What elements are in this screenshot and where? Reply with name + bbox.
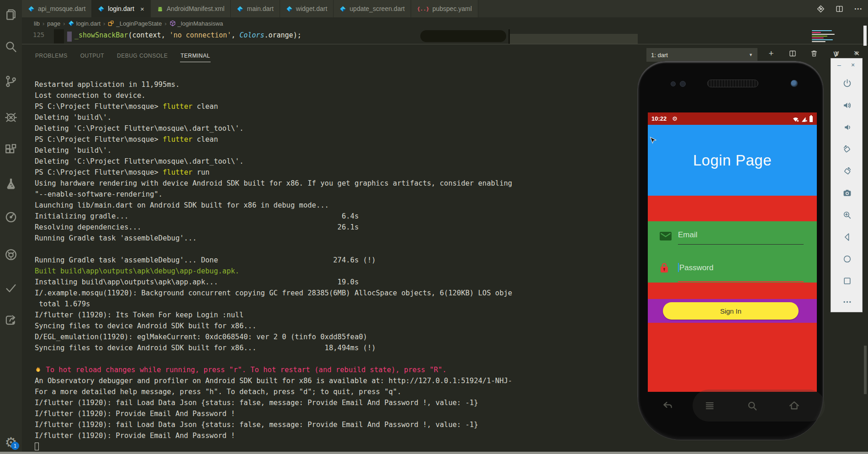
tab-label: AndroidManifest.xml (167, 5, 225, 12)
search-icon[interactable] (3, 38, 19, 55)
terminal-selector-value: 1: dart (651, 52, 668, 59)
app-title-bar: Login Page (648, 125, 817, 196)
editor-horizontal-scrollbar[interactable] (420, 30, 506, 42)
emulator-minimize-icon[interactable]: – (837, 61, 841, 69)
kill-terminal-icon[interactable] (810, 49, 819, 58)
password-lock-icon (660, 262, 669, 275)
rotate-left-icon[interactable] (839, 141, 855, 157)
password-placeholder: Password (678, 263, 714, 272)
breadcrumb-item-page[interactable]: page (47, 20, 60, 27)
gutter-mark (54, 29, 64, 43)
method-symbol-icon (169, 20, 176, 27)
emulator-screen[interactable]: 10:22 ⚙ Login Page Email (648, 112, 817, 392)
open-changes-icon[interactable] (817, 5, 825, 13)
panel-tab-terminal[interactable]: TERMINAL (180, 50, 211, 62)
tab-api-mosque-dart[interactable]: api_mosque.dart (22, 0, 92, 17)
breadcrumb-label: page (47, 20, 60, 27)
code-token: 'no connection' (169, 31, 231, 39)
panel-chevron-icon[interactable]: ∨ (834, 48, 840, 58)
tab-update-screen-dart[interactable]: update_screen.dart (333, 0, 411, 17)
tab-pubspec-yaml[interactable]: {..}pubspec.yaml (411, 0, 478, 17)
power-icon[interactable] (839, 75, 855, 91)
phone-sensor (680, 81, 686, 87)
login-form: Email Password (648, 221, 817, 283)
source-control-icon[interactable] (3, 73, 19, 90)
split-terminal-icon[interactable] (788, 49, 797, 58)
panel-tab-problems[interactable]: PROBLEMS (35, 50, 68, 62)
tab-main-dart[interactable]: main.dart (231, 0, 280, 17)
app-title: Login Page (693, 152, 772, 169)
window-bottom-edge (0, 452, 868, 454)
panel-close-icon[interactable]: × (853, 48, 858, 58)
emu-overview-icon[interactable] (839, 272, 855, 289)
signal-off-icon (801, 117, 807, 122)
tab-label: api_mosque.dart (38, 5, 85, 12)
breadcrumb-label: login.dart (76, 20, 101, 27)
screenshot-camera-icon[interactable] (839, 185, 855, 201)
breadcrumb-item-loginpagestate[interactable]: _LoginPageState (108, 20, 162, 27)
email-field[interactable]: Email (648, 228, 817, 251)
rotate-right-icon[interactable] (839, 163, 855, 179)
mouse-cursor (650, 137, 656, 148)
panel-tab-output[interactable]: OUTPUT (80, 50, 105, 62)
right-editor-scrollbar[interactable] (863, 26, 867, 46)
dart-file-icon (286, 5, 293, 12)
breadcrumb-label: lib (34, 20, 40, 27)
test-flask-icon[interactable] (3, 176, 19, 192)
explorer-icon[interactable] (3, 6, 19, 23)
class-symbol-icon (108, 20, 114, 27)
status-time: 10:22 (651, 115, 667, 122)
panel-window-controls: ∨ × (834, 48, 858, 58)
code-line[interactable]: _showSnackBar(context, 'no connection', … (74, 31, 302, 39)
panel-tab-debug-console[interactable]: DEBUG CONSOLE (116, 50, 168, 62)
tab-label: login.dart (108, 5, 134, 12)
sign-in-button[interactable]: Sign In (663, 302, 799, 320)
close-icon[interactable]: × (140, 5, 144, 13)
editor-area[interactable]: 125 _showSnackBar(context, 'no connectio… (22, 29, 868, 44)
tab-androidmanifest-xml[interactable]: AndroidManifest.xml (151, 0, 231, 17)
panel-tabs: PROBLEMSOUTPUTDEBUG CONSOLETERMINAL (35, 44, 211, 68)
zoom-icon[interactable] (839, 207, 855, 223)
volume-down-icon[interactable] (839, 119, 855, 135)
code-token: , (231, 31, 239, 39)
terminal-scrollbar[interactable] (864, 346, 867, 394)
extensions-icon[interactable] (3, 142, 19, 158)
more-actions-icon[interactable]: ••• (854, 6, 863, 11)
share-icon[interactable] (3, 312, 19, 328)
nav-home-icon[interactable] (788, 400, 800, 414)
dart-file-icon (237, 5, 243, 12)
dial-icon[interactable] (3, 209, 19, 225)
nav-back-icon[interactable] (662, 400, 674, 414)
settings-badge: 1 (11, 442, 19, 450)
split-editor-icon[interactable] (836, 5, 843, 13)
tab-widget-dart[interactable]: widget.dart (280, 0, 333, 17)
breadcrumb-item-login-dart[interactable]: login.dart (68, 20, 101, 27)
terminal-selector[interactable]: 1: dart ▼ (646, 48, 757, 62)
phone-front-camera-icon (790, 80, 798, 87)
breadcrumb-item-loginmahasiswa[interactable]: _loginMahasiswa (169, 20, 223, 27)
dart-file-icon (98, 5, 105, 12)
nav-search-icon[interactable] (746, 400, 758, 414)
check-icon[interactable] (3, 280, 19, 296)
emulator-close-icon[interactable]: × (851, 61, 855, 69)
breadcrumb-item-lib[interactable]: lib (34, 20, 40, 27)
nav-menu-icon[interactable] (704, 400, 716, 414)
code-token: .orange); (264, 31, 301, 39)
debug-icon[interactable] (3, 108, 19, 125)
password-field[interactable]: Password (648, 260, 817, 283)
volume-up-icon[interactable] (839, 97, 855, 113)
breadcrumb-label: _loginMahasiswa (178, 20, 223, 27)
github-icon[interactable] (3, 246, 19, 263)
emu-home-icon[interactable] (839, 251, 855, 267)
phone-nav-bar (662, 400, 800, 414)
new-terminal-icon[interactable]: + (767, 49, 776, 58)
code-token: _showSnackBar (74, 31, 128, 39)
emu-more-icon[interactable] (839, 294, 855, 310)
emu-back-icon[interactable] (839, 229, 855, 245)
line-number: 125 (33, 31, 44, 38)
tab-label: pubspec.yaml (432, 5, 471, 12)
breadcrumb-separator: › (63, 20, 65, 27)
tab-login-dart[interactable]: login.dart× (92, 0, 150, 17)
dart-symbol-icon (68, 20, 74, 27)
dart-file-icon (28, 5, 35, 12)
